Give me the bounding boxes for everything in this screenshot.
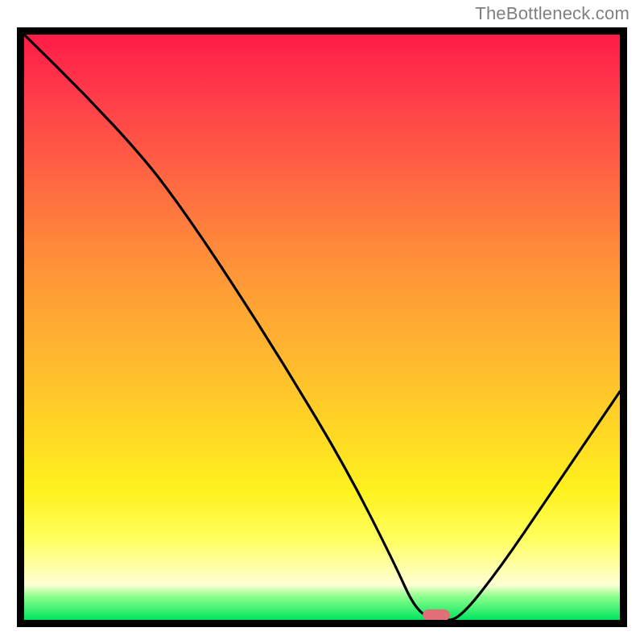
plot-area bbox=[24, 35, 620, 620]
bottleneck-curve bbox=[24, 35, 620, 620]
watermark-text: TheBottleneck.com bbox=[475, 3, 630, 24]
optimal-marker bbox=[423, 609, 449, 620]
plot-frame bbox=[17, 27, 627, 627]
